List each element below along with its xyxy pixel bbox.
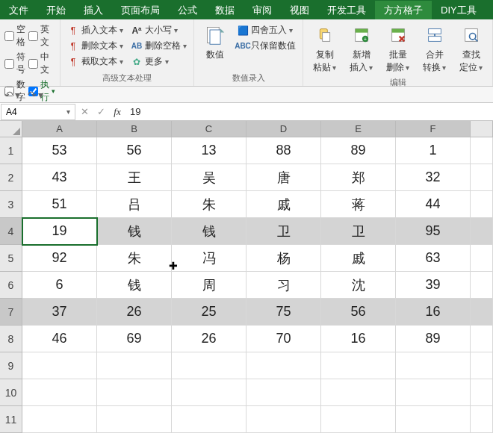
cell[interactable]: 朱 — [97, 245, 172, 272]
tab-dev[interactable]: 开发工具 — [318, 1, 375, 19]
btn-case[interactable]: Aª大小写 — [128, 23, 189, 37]
btn-delete-text[interactable]: ¶删除文本 — [65, 39, 125, 53]
cell[interactable] — [172, 406, 246, 433]
cell[interactable] — [471, 299, 493, 326]
qa-redo[interactable]: ↷▾ — [28, 89, 43, 100]
cell[interactable] — [97, 406, 172, 433]
cell[interactable]: 卫 — [321, 218, 396, 245]
btn-numeric[interactable]: 数值 — [199, 22, 232, 71]
fbar-fx[interactable]: fx — [109, 106, 125, 118]
cell[interactable]: 13 — [172, 137, 246, 164]
cell[interactable]: 戚 — [246, 191, 321, 218]
cell[interactable]: 戚 — [321, 245, 396, 272]
cell[interactable] — [471, 218, 493, 245]
cell[interactable]: 卫 — [246, 218, 321, 245]
row-header-7[interactable]: 7 — [0, 299, 22, 326]
row-header-4[interactable]: 4 — [0, 218, 22, 245]
cell[interactable]: 89 — [396, 326, 471, 352]
row-header-9[interactable]: 9 — [0, 352, 22, 379]
fbar-confirm[interactable]: ✓ — [93, 106, 109, 117]
cell[interactable]: 25 — [172, 299, 246, 326]
cell[interactable] — [246, 352, 321, 379]
chk-english[interactable]: 英文 — [28, 23, 55, 49]
tab-formula[interactable]: 公式 — [169, 1, 206, 19]
cell[interactable]: 吴 — [172, 164, 246, 191]
cell[interactable]: 郑 — [321, 164, 396, 191]
cell[interactable]: 习 — [246, 272, 321, 299]
cell[interactable]: 63 — [396, 245, 471, 272]
cell[interactable]: 16 — [321, 326, 396, 352]
cell[interactable] — [471, 191, 493, 218]
col-header-A[interactable]: A — [22, 121, 97, 137]
cell[interactable] — [321, 379, 396, 406]
tab-review[interactable]: 审阅 — [244, 1, 281, 19]
chk-symbol[interactable]: 符号 — [4, 51, 25, 76]
qa-undo[interactable]: ↶▾ — [4, 89, 20, 100]
cell[interactable]: 37 — [22, 299, 97, 326]
btn-add-insert[interactable]: +新增插入 — [344, 22, 378, 75]
btn-del-space[interactable]: AB删除空格 — [128, 39, 189, 53]
tab-insert[interactable]: 插入 — [75, 1, 112, 19]
tab-file[interactable]: 文件 — [0, 1, 37, 19]
tab-fangfang[interactable]: 方方格子 — [375, 1, 432, 19]
cell[interactable] — [396, 379, 471, 406]
col-header-D[interactable]: D — [246, 121, 321, 137]
btn-truncate-text[interactable]: ¶截取文本 — [65, 55, 125, 69]
cell[interactable] — [22, 352, 97, 379]
cell[interactable]: 6 — [22, 272, 97, 299]
cell[interactable] — [97, 379, 172, 406]
cell[interactable]: 1 — [396, 137, 471, 164]
cell[interactable] — [172, 379, 246, 406]
cell[interactable]: 钱 — [97, 218, 172, 245]
row-header-3[interactable]: 3 — [0, 191, 22, 218]
btn-more[interactable]: ✿更多 — [128, 55, 189, 69]
cell[interactable]: 46 — [22, 326, 97, 352]
cell[interactable] — [471, 379, 493, 406]
col-header-C[interactable]: C — [172, 121, 246, 137]
cell[interactable] — [471, 164, 493, 191]
btn-merge-trans[interactable]: 合并转换 — [418, 22, 451, 75]
cell[interactable]: 32 — [396, 164, 471, 191]
cell[interactable] — [471, 245, 493, 272]
cell[interactable]: 19 — [22, 218, 97, 245]
cell[interactable]: 钱 — [97, 272, 172, 299]
cell[interactable] — [172, 352, 246, 379]
formula-input[interactable]: 19 — [125, 106, 493, 117]
cell[interactable]: 44 — [396, 191, 471, 218]
cell[interactable] — [321, 352, 396, 379]
cell[interactable] — [97, 352, 172, 379]
cell[interactable]: 95 — [396, 218, 471, 245]
row-header-6[interactable]: 6 — [0, 272, 22, 299]
cell[interactable]: 69 — [97, 326, 172, 352]
cell[interactable]: 杨 — [246, 245, 321, 272]
cell[interactable] — [471, 326, 493, 352]
cell[interactable]: 26 — [172, 326, 246, 352]
cell[interactable] — [246, 406, 321, 433]
cell[interactable]: 吕 — [97, 191, 172, 218]
cell[interactable]: 43 — [22, 164, 97, 191]
cell[interactable] — [471, 406, 493, 433]
col-header-B[interactable]: B — [97, 121, 172, 137]
cell[interactable]: 70 — [246, 326, 321, 352]
cell[interactable]: 56 — [321, 299, 396, 326]
tab-data[interactable]: 数据 — [206, 1, 244, 19]
cell[interactable]: 冯 — [172, 245, 246, 272]
btn-copy-paste[interactable]: 复制粘贴 — [308, 22, 341, 75]
select-all-corner[interactable] — [0, 121, 22, 137]
cell[interactable]: 89 — [321, 137, 396, 164]
btn-insert-text[interactable]: ¶插入文本 — [65, 23, 125, 37]
cell[interactable]: 沈 — [321, 272, 396, 299]
col-header-F[interactable]: F — [396, 121, 471, 137]
tab-layout[interactable]: 页面布局 — [112, 1, 169, 19]
cell[interactable]: 钱 — [172, 218, 246, 245]
btn-round[interactable]: 🟦四舍五入 — [235, 23, 298, 37]
name-box[interactable]: A4▾ — [1, 104, 75, 120]
cell[interactable]: 92 — [22, 245, 97, 272]
cell[interactable]: 56 — [97, 137, 172, 164]
col-header-extra[interactable] — [471, 121, 493, 137]
cell[interactable] — [471, 352, 493, 379]
cell[interactable] — [396, 352, 471, 379]
row-header-5[interactable]: 5 — [0, 245, 22, 272]
btn-find-loc[interactable]: 查找定位 — [454, 22, 488, 75]
row-header-8[interactable]: 8 — [0, 326, 22, 352]
